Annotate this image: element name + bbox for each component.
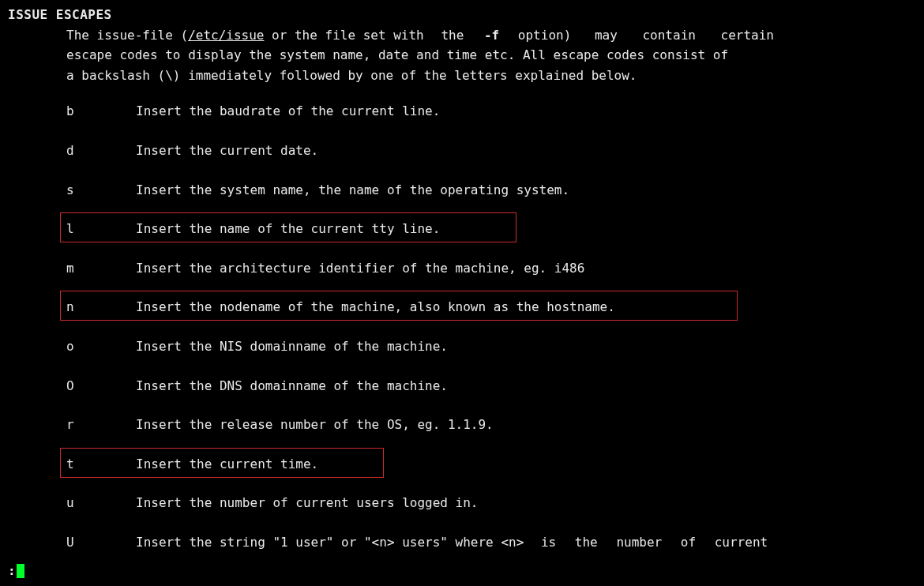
intro-text: the xyxy=(441,28,464,43)
u-text: number xyxy=(616,535,662,550)
u-text: is xyxy=(541,535,556,550)
intro-line-2: escape codes to display the system name,… xyxy=(66,45,916,66)
escape-desc: Insert the system name, the name of the … xyxy=(136,180,916,201)
flag-f: -f xyxy=(484,28,499,43)
escape-m: m Insert the architecture identifier of … xyxy=(66,258,916,279)
escape-desc: Insert the architecture identifier of th… xyxy=(136,258,916,279)
escape-key: r xyxy=(66,415,136,435)
escape-desc: Insert the current time. xyxy=(136,454,916,475)
intro-line-3: a backslash (\) immediately followed by … xyxy=(66,66,916,86)
escape-key: O xyxy=(66,376,136,396)
escape-desc: Insert the release number of the OS, eg.… xyxy=(136,415,916,435)
prompt-colon: : xyxy=(0,561,16,581)
escape-desc: Insert the DNS domainname of the machine… xyxy=(136,376,916,396)
escape-desc: Insert the string "1 user" or "<n> users… xyxy=(136,532,916,553)
intro-text: may xyxy=(595,28,618,43)
escape-desc: Insert the number of current users logge… xyxy=(136,493,916,513)
man-page: ISSUE ESCAPES The issue-file (/etc/issue… xyxy=(0,0,924,553)
intro-text: option) xyxy=(518,28,571,43)
escape-u: u Insert the number of current users log… xyxy=(66,493,916,513)
u-text: of xyxy=(681,535,696,550)
escape-desc: Insert the name of the current tty line. xyxy=(136,219,916,239)
escape-U: U Insert the string "1 user" or "<n> use… xyxy=(66,532,916,553)
escape-desc: Insert the nodename of the machine, also… xyxy=(136,297,916,317)
intro-text: certain xyxy=(721,28,774,43)
issue-path: /etc/issue xyxy=(188,28,264,43)
escape-key: n xyxy=(66,297,136,317)
u-text: Insert the string "1 user" or "<n> users… xyxy=(136,535,524,550)
escape-key: U xyxy=(66,532,136,553)
escape-desc: Insert the current date. xyxy=(136,141,916,161)
escape-key: d xyxy=(66,141,136,161)
escape-code-list: b Insert the baudrate of the current lin… xyxy=(66,101,916,552)
intro-text: contain xyxy=(642,28,695,43)
escape-key: l xyxy=(66,219,136,239)
intro-text: The issue-file ( xyxy=(66,28,188,43)
escape-key: t xyxy=(66,454,136,475)
escape-key: u xyxy=(66,493,136,513)
cursor xyxy=(17,564,24,578)
escape-o: o Insert the NIS domainname of the machi… xyxy=(66,336,916,357)
escape-O: O Insert the DNS domainname of the machi… xyxy=(66,376,916,396)
section-header: ISSUE ESCAPES xyxy=(8,5,916,25)
escape-b: b Insert the baudrate of the current lin… xyxy=(66,101,916,122)
u-text: the xyxy=(575,535,598,550)
escape-n: n Insert the nodename of the machine, al… xyxy=(66,297,916,317)
escape-key: m xyxy=(66,258,136,279)
escape-desc: Insert the NIS domainname of the machine… xyxy=(136,336,916,357)
pager-prompt[interactable]: : xyxy=(0,561,24,581)
intro-text: or the file set with xyxy=(264,28,423,43)
escape-l: l Insert the name of the current tty lin… xyxy=(66,219,916,239)
escape-d: d Insert the current date. xyxy=(66,141,916,161)
escape-s: s Insert the system name, the name of th… xyxy=(66,180,916,201)
escape-r: r Insert the release number of the OS, e… xyxy=(66,415,916,435)
escape-desc: Insert the baudrate of the current line. xyxy=(136,101,916,122)
intro-line-1: The issue-file (/etc/issue or the file s… xyxy=(66,25,916,46)
escape-t: t Insert the current time. xyxy=(66,454,916,475)
escape-key: s xyxy=(66,180,136,201)
escape-key: b xyxy=(66,101,136,122)
escape-key: o xyxy=(66,336,136,357)
u-text: current xyxy=(715,535,768,550)
